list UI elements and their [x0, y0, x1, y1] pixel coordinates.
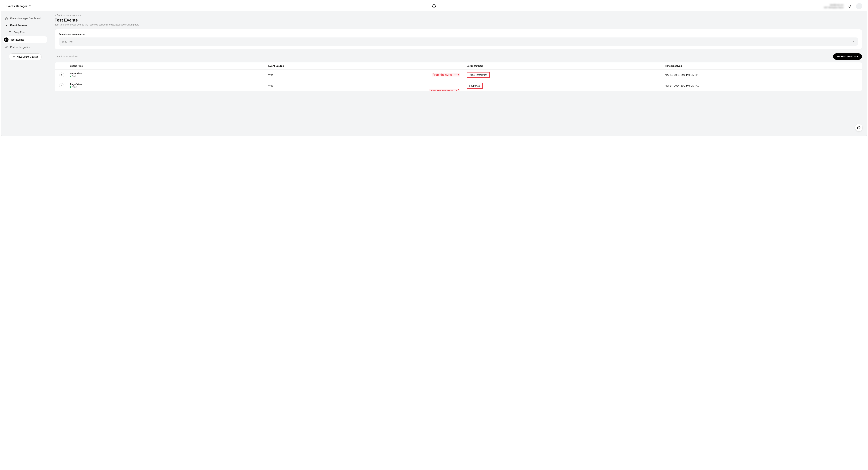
sidebar-item-dashboard[interactable]: Events Manager Dashboard — [3, 15, 48, 22]
profile-avatar[interactable]: I — [856, 3, 862, 9]
col-time-received: Time Received — [664, 65, 862, 67]
expand-row-button[interactable] — [59, 72, 64, 77]
status-dot-icon — [70, 76, 71, 77]
status-text: Valid — [72, 75, 77, 77]
status-badge: Valid — [70, 86, 266, 88]
table-row: Page View Valid Web From the browser — [55, 80, 862, 91]
setup-method: Direct Integration — [469, 73, 488, 76]
button-label: New Event Source — [17, 56, 38, 58]
sidebar-item-partner-integration[interactable]: Partner Integration — [3, 44, 48, 50]
app-name: Events Manager — [6, 5, 27, 8]
sidebar-item-label: Event Sources — [10, 24, 27, 27]
bell-icon — [848, 4, 851, 8]
sidebar-item-label: Events Manager Dashboard — [10, 17, 40, 20]
help-button[interactable] — [855, 124, 863, 131]
sidebar-item-label: Snap Pixel — [14, 31, 25, 34]
status-badge: Valid — [70, 75, 266, 77]
time-received: Nov 14, 2024, 5:42 PM GMT+1 — [664, 73, 862, 76]
refresh-test-data-button[interactable]: Refresh Test Data — [833, 54, 862, 60]
help-icon — [857, 126, 861, 130]
col-setup-method: Setup Method — [465, 65, 664, 67]
select-label: Select your data source — [59, 33, 858, 35]
main-content: < Back to event sources Test Events Test… — [50, 11, 867, 136]
time-received: Nov 14, 2024, 5:42 PM GMT+1 — [664, 84, 862, 87]
new-event-source-button[interactable]: New Event Source — [9, 54, 42, 60]
plus-icon — [12, 55, 15, 59]
share-icon — [5, 45, 8, 49]
svg-point-1 — [5, 39, 7, 41]
chevron-down-icon — [29, 5, 31, 8]
setup-method-highlight: Snap Pixel — [467, 83, 483, 89]
snapchat-ghost-icon — [432, 4, 436, 9]
laptop-icon — [8, 31, 12, 34]
select-value: Snap Pixel — [61, 40, 73, 43]
top-bar: Events Manager label@mail.com GST Worksp… — [1, 1, 867, 11]
setup-method: Snap Pixel — [469, 84, 480, 87]
arrow-right-icon — [454, 73, 460, 76]
data-source-select[interactable]: Snap Pixel — [59, 37, 858, 45]
back-to-sources-link[interactable]: < Back to event sources — [55, 14, 81, 16]
event-type: Page View — [70, 72, 266, 75]
svg-line-6 — [6, 47, 7, 48]
brand-logo[interactable] — [432, 4, 436, 9]
app-switcher[interactable]: Events Manager — [6, 5, 31, 8]
sidebar-item-snap-pixel[interactable]: Snap Pixel — [3, 29, 48, 35]
table-row: Page View Valid Web From the server — [55, 70, 862, 80]
sidebar-item-label: Test Events — [10, 38, 24, 41]
event-type: Page View — [70, 83, 266, 86]
sidebar-item-test-events[interactable]: Test Events — [3, 36, 48, 43]
back-to-instructions-link[interactable]: < Back to instructions — [55, 55, 78, 58]
sidebar-section-event-sources[interactable]: Event Sources — [3, 22, 48, 28]
svg-marker-11 — [458, 89, 459, 90]
arrow-right-icon — [454, 89, 459, 91]
sidebar-item-label: Partner Integration — [10, 46, 30, 48]
chevron-right-icon — [61, 74, 63, 76]
status-dot-icon — [70, 87, 71, 88]
setup-method-highlight: Direct Integration — [467, 72, 490, 78]
svg-line-5 — [6, 46, 7, 47]
data-source-card: Select your data source Snap Pixel — [55, 29, 862, 49]
page-subtitle: Test to check if your events are receive… — [55, 23, 862, 26]
status-text: Valid — [72, 86, 77, 88]
annotation-label: From the server — [432, 73, 460, 76]
account-info-blurred: label@mail.com GST Workspace Name — [824, 4, 843, 9]
notifications-button[interactable] — [847, 3, 853, 9]
annotation-label: From the browser — [429, 89, 460, 91]
expand-row-button[interactable] — [59, 83, 64, 88]
home-icon — [5, 16, 8, 20]
col-event-type: Event Type — [69, 65, 267, 67]
event-source: Web — [267, 84, 465, 87]
avatar-initial: I — [859, 5, 860, 8]
sidebar: Events Manager Dashboard Event Sources S… — [1, 11, 50, 136]
check-circle-icon — [4, 37, 8, 42]
table-header: Event Type Event Source Setup Method Tim… — [55, 62, 862, 70]
col-event-source: Event Source — [267, 65, 465, 67]
events-table: Event Type Event Source Setup Method Tim… — [55, 62, 862, 91]
chevron-down-icon — [5, 24, 8, 27]
page-title: Test Events — [55, 18, 862, 23]
svg-rect-0 — [9, 31, 11, 33]
chevron-right-icon — [61, 85, 63, 87]
chevron-down-icon — [852, 40, 855, 43]
svg-marker-10 — [458, 74, 460, 76]
